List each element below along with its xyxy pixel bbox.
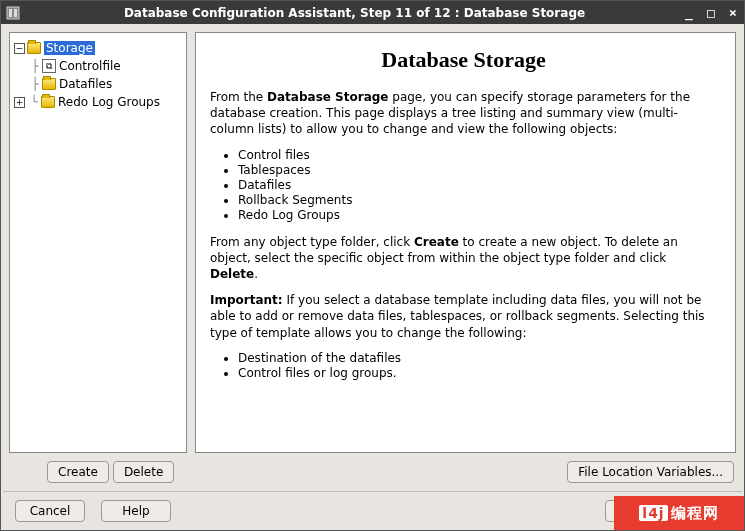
app-icon [5, 5, 21, 21]
expand-icon[interactable]: + [14, 97, 25, 108]
tree-item-label[interactable]: Datafiles [59, 77, 112, 91]
help-button[interactable]: Help [101, 500, 171, 522]
tree-root-label[interactable]: Storage [44, 41, 95, 55]
object-list: Control files Tablespaces Datafiles Roll… [238, 148, 717, 222]
folder-icon [41, 96, 55, 108]
svg-rect-2 [14, 9, 17, 17]
list-item: Rollback Segments [238, 193, 717, 207]
list-item: Tablespaces [238, 163, 717, 177]
titlebar[interactable]: Database Configuration Assistant, Step 1… [1, 1, 744, 24]
tree-root[interactable]: − Storage [12, 39, 184, 57]
tree-item-redolog[interactable]: +└ Redo Log Groups [12, 93, 184, 111]
tree-item-label[interactable]: Redo Log Groups [58, 95, 160, 109]
list-item: Destination of the datafiles [238, 351, 717, 365]
text-bold: Delete [210, 267, 254, 281]
tree-panel[interactable]: − Storage ├ ⧉ Controlfile ├ Datafiles +└ [9, 32, 187, 453]
maximize-button[interactable]: □ [704, 5, 718, 20]
list-item: Datafiles [238, 178, 717, 192]
folder-icon [42, 78, 56, 90]
text: From any object type folder, click [210, 235, 414, 249]
folder-icon [27, 42, 41, 54]
cancel-button[interactable]: Cancel [15, 500, 85, 522]
content-panel: Database Storage From the Database Stora… [195, 32, 736, 453]
text: If you select a database template includ… [210, 293, 705, 339]
watermark: l4j 编程网 [614, 496, 744, 530]
text-bold: Create [414, 235, 459, 249]
minimize-button[interactable]: _ [682, 5, 696, 20]
main-area: − Storage ├ ⧉ Controlfile ├ Datafiles +└ [1, 24, 744, 461]
mid-toolbar: Create Delete File Location Variables... [1, 461, 744, 491]
list-item: Control files [238, 148, 717, 162]
window-title: Database Configuration Assistant, Step 1… [27, 6, 682, 20]
page-heading: Database Storage [210, 47, 717, 73]
collapse-icon[interactable]: − [14, 43, 25, 54]
tree-item-datafiles[interactable]: ├ Datafiles [12, 75, 184, 93]
window-body: − Storage ├ ⧉ Controlfile ├ Datafiles +└ [1, 24, 744, 530]
tree-item-label[interactable]: Controlfile [59, 59, 121, 73]
svg-rect-1 [9, 9, 12, 17]
bottom-bar: Cancel Help ≪ Back Next l4j 编程网 [1, 492, 744, 530]
tree-item-controlfile[interactable]: ├ ⧉ Controlfile [12, 57, 184, 75]
text: . [254, 267, 258, 281]
create-delete-paragraph: From any object type folder, click Creat… [210, 234, 717, 283]
create-button[interactable]: Create [47, 461, 109, 483]
text: From the [210, 90, 267, 104]
template-list: Destination of the datafiles Control fil… [238, 351, 717, 380]
watermark-logo: l4j [639, 505, 667, 521]
list-item: Control files or log groups. [238, 366, 717, 380]
svg-rect-0 [7, 7, 19, 19]
close-button[interactable]: × [726, 5, 740, 20]
important-paragraph: Important: If you select a database temp… [210, 292, 717, 341]
watermark-text: 编程网 [671, 504, 719, 523]
delete-button[interactable]: Delete [113, 461, 174, 483]
controlfile-icon: ⧉ [42, 59, 56, 73]
file-location-variables-button[interactable]: File Location Variables... [567, 461, 734, 483]
intro-paragraph: From the Database Storage page, you can … [210, 89, 717, 138]
text-bold: Database Storage [267, 90, 388, 104]
list-item: Redo Log Groups [238, 208, 717, 222]
text-bold: Important: [210, 293, 283, 307]
app-window: Database Configuration Assistant, Step 1… [0, 0, 745, 531]
